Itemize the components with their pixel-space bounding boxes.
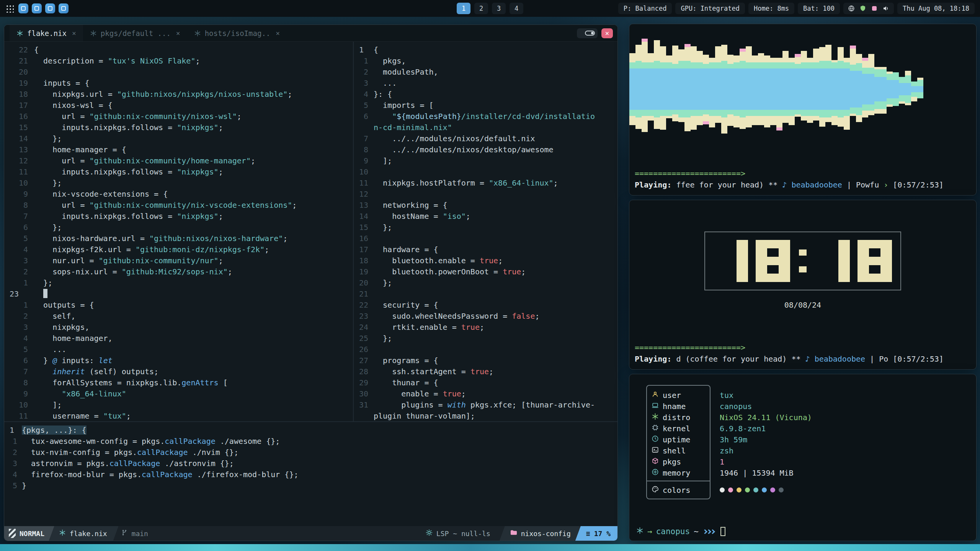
code-line[interactable]: 8 ../../modules/nixos/desktop/awesome: [354, 144, 617, 155]
code-line[interactable]: 3 nixpkgs,: [4, 321, 353, 333]
code-line[interactable]: 17 hardware = {: [354, 244, 617, 255]
code-line[interactable]: 17 nixos-wsl = {: [4, 99, 353, 111]
buffer-toggle-icon[interactable]: [577, 28, 598, 38]
code-line[interactable]: 13 networking = {: [354, 199, 617, 210]
statusline-file[interactable]: flake.nix: [49, 526, 119, 541]
code-line[interactable]: 15 inputs.nixpkgs.follows = "nixpkgs";: [4, 122, 353, 133]
editor-pane-pkgs-default[interactable]: 1{pkgs, ...}: {1 tux-awesome-wm-config =…: [4, 422, 617, 492]
code-line[interactable]: 14 hostName = "iso";: [354, 210, 617, 222]
code-line[interactable]: 9 nix-vscode-extensions = {: [4, 188, 353, 199]
code-line[interactable]: 21: [354, 288, 617, 299]
tab-close-icon[interactable]: ×: [274, 29, 280, 37]
volume-icon[interactable]: [882, 5, 889, 12]
code-line[interactable]: 16: [354, 233, 617, 244]
app-menu-icon[interactable]: [5, 4, 14, 13]
code-line[interactable]: 10: [354, 166, 617, 177]
taskbar-app-icon[interactable]: [45, 3, 55, 13]
code-line[interactable]: 11 nixpkgs.hostPlatform = "x86_64-linux"…: [354, 177, 617, 188]
code-line[interactable]: 3 astronvim = pkgs.callPackage ./astronv…: [4, 458, 617, 469]
code-line[interactable]: 24 rtkit.enable = true;: [354, 321, 617, 333]
code-line[interactable]: n-cd-minimal.nix": [354, 122, 617, 133]
workspace-button-1[interactable]: 1: [457, 3, 470, 14]
code-line[interactable]: 12 url = "github:nix-community/home-mana…: [4, 155, 353, 166]
tab-close-icon[interactable]: ×: [70, 29, 76, 37]
network-icon[interactable]: [848, 5, 855, 12]
shell-prompt[interactable]: → canopus ~: [636, 527, 725, 536]
shield-icon[interactable]: [859, 5, 866, 12]
code-line[interactable]: 18 bluetooth.enable = true;: [354, 255, 617, 266]
project-indicator[interactable]: nixos-config: [500, 526, 580, 541]
editor-tab-hosts-isoImag..[interactable]: hosts/isoImag..×: [187, 25, 287, 41]
code-line[interactable]: 14 };: [4, 133, 353, 144]
code-line[interactable]: 1{pkgs, ...}: {: [4, 424, 617, 435]
code-line[interactable]: 16 url = "github:nix-community/nixos-wsl…: [4, 111, 353, 122]
swatch-icon[interactable]: [871, 5, 878, 12]
code-line[interactable]: 5 nixos-hardware.url = "github:nixos/nix…: [4, 233, 353, 244]
code-line[interactable]: 12: [354, 188, 617, 199]
code-line[interactable]: 31 plugins = with pkgs.xfce; [thunar-arc…: [354, 399, 617, 410]
code-line[interactable]: 2 sops-nix.url = "github:Mic92/sops-nix"…: [4, 266, 353, 277]
code-line[interactable]: 19 inputs = {: [4, 77, 353, 88]
code-line[interactable]: 6 "${modulesPath}/installer/cd-dvd/insta…: [354, 111, 617, 122]
visualizer-terminal-window[interactable]: =======================> Playing: ffee f…: [629, 24, 977, 196]
system-tray[interactable]: [843, 3, 894, 14]
code-line[interactable]: 6 };: [4, 222, 353, 233]
code-line[interactable]: 11 username = "tux";: [4, 410, 353, 421]
code-line[interactable]: 22{: [4, 44, 353, 55]
code-line[interactable]: 8 url = "github:nix-community/nix-vscode…: [4, 199, 353, 210]
editor-tab-flake.nix[interactable]: flake.nix×: [10, 25, 83, 41]
code-line[interactable]: 20: [4, 66, 353, 77]
code-line[interactable]: 9 "x86_64-linux": [4, 388, 353, 399]
code-line[interactable]: 3 nur.url = "github:nix-community/nur";: [4, 255, 353, 266]
taskbar-app-icon[interactable]: [32, 3, 42, 13]
code-line[interactable]: 20 };: [354, 277, 617, 288]
workspace-button-2[interactable]: 2: [474, 3, 488, 14]
code-line[interactable]: 18 nixpkgs.url = "github:nixos/nixpkgs/n…: [4, 88, 353, 99]
code-line[interactable]: 7 inherit (self) outputs;: [4, 366, 353, 377]
code-line[interactable]: 13 home-manager = {: [4, 144, 353, 155]
code-line[interactable]: 4 home-manager,: [4, 333, 353, 344]
code-line[interactable]: 28 ssh.startAgent = true;: [354, 366, 617, 377]
fetch-terminal-window[interactable]: userhnamedistrokerneluptimeshellpkgsmemo…: [629, 374, 977, 541]
code-line[interactable]: 22 security = {: [354, 299, 617, 310]
editor-tab-pkgs-default-...[interactable]: pkgs/default ...×: [83, 25, 187, 41]
code-line[interactable]: 30 enable = true;: [354, 388, 617, 399]
code-line[interactable]: 6 } @ inputs: let: [4, 355, 353, 366]
code-line[interactable]: 2 self,: [4, 310, 353, 321]
code-line[interactable]: 7 ../../modules/nixos/default.nix: [354, 133, 617, 144]
code-line[interactable]: 27 programs = {: [354, 355, 617, 366]
code-line[interactable]: 1{: [354, 44, 617, 55]
editor-pane-flake[interactable]: 22{21 description = "tux's NixOS Flake";…: [4, 42, 354, 421]
code-line[interactable]: 23: [4, 288, 353, 299]
code-line[interactable]: 3 ...: [354, 77, 617, 88]
editor-pane-iso-image[interactable]: 1{1 pkgs,2 modulesPath,3 ...4}: {5 impor…: [354, 42, 617, 421]
code-line[interactable]: 1 tux-awesome-wm-config = pkgs.callPacka…: [4, 435, 617, 447]
code-line[interactable]: 4}: {: [354, 88, 617, 99]
code-line[interactable]: 19 bluetooth.powerOnBoot = true;: [354, 266, 617, 277]
code-line[interactable]: plugin thunar-volman];: [354, 410, 617, 421]
code-line[interactable]: 2 tux-nvim-config = pkgs.callPackage ./n…: [4, 447, 617, 458]
code-line[interactable]: 10 };: [4, 177, 353, 188]
code-line[interactable]: 29 thunar = {: [354, 377, 617, 388]
code-line[interactable]: 11 inputs.nixpkgs.follows = "nixpkgs";: [4, 166, 353, 177]
code-line[interactable]: 23 sudo.wheelNeedsPassword = false;: [354, 310, 617, 321]
code-line[interactable]: 5 imports = [: [354, 99, 617, 111]
code-line[interactable]: 5 ...: [4, 344, 353, 355]
code-line[interactable]: 21 description = "tux's NixOS Flake";: [4, 55, 353, 66]
code-line[interactable]: 26: [354, 344, 617, 355]
taskbar-app-icon[interactable]: [59, 3, 69, 13]
taskbar-app-icon[interactable]: [18, 3, 28, 13]
code-line[interactable]: 4 firefox-mod-blur = pkgs.callPackage ./…: [4, 469, 617, 480]
workspace-button-4[interactable]: 4: [510, 3, 523, 14]
clock-terminal-window[interactable]: 08/08/24 =======================> Playin…: [629, 200, 977, 370]
code-line[interactable]: 10 ];: [4, 399, 353, 410]
workspace-button-3[interactable]: 3: [492, 3, 506, 14]
git-branch[interactable]: main: [119, 526, 156, 541]
code-line[interactable]: 15 };: [354, 222, 617, 233]
code-line[interactable]: 2 modulesPath,: [354, 66, 617, 77]
code-line[interactable]: 5}: [4, 480, 617, 491]
code-line[interactable]: 8 forAllSystems = nixpkgs.lib.genAttrs [: [4, 377, 353, 388]
code-line[interactable]: 25 };: [354, 333, 617, 344]
code-line[interactable]: 1 outputs = {: [4, 299, 353, 310]
code-line[interactable]: 1 };: [4, 277, 353, 288]
